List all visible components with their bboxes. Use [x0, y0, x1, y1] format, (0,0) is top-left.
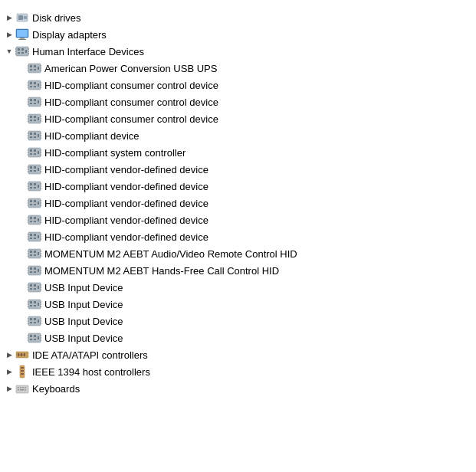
tree-item-hid-vendor-1[interactable]: HID-compliant vendor-defined device — [0, 161, 476, 178]
svg-rect-143 — [30, 238, 32, 239]
svg-rect-13 — [25, 50, 27, 53]
svg-rect-23 — [30, 69, 32, 70]
disk-icon — [15, 11, 29, 25]
tree-item-hid-consumer-2[interactable]: HID-compliant consumer control device — [0, 93, 476, 110]
svg-rect-36 — [34, 86, 36, 87]
no-arrow — [15, 79, 28, 91]
item-label: HID-compliant consumer control device — [44, 80, 218, 91]
svg-rect-180 — [34, 288, 36, 290]
no-arrow — [15, 298, 28, 310]
item-label: American Power Conversion USB UPS — [44, 63, 217, 74]
no-arrow — [15, 163, 28, 175]
svg-rect-120 — [34, 204, 36, 205]
svg-rect-169 — [38, 269, 39, 272]
tree-item-disk-drives[interactable]: Disk drives — [0, 9, 476, 26]
item-label: HID-compliant consumer control device — [44, 113, 218, 125]
tree-item-hid-vendor-5[interactable]: HID-compliant vendor-defined device — [0, 228, 476, 245]
tree-item-display-adapters[interactable]: Display adapters — [0, 26, 476, 43]
hid-icon — [28, 280, 41, 294]
ide-icon — [15, 348, 29, 362]
svg-rect-205 — [38, 320, 39, 323]
no-arrow — [15, 96, 28, 108]
expand-arrow[interactable] — [3, 45, 15, 57]
svg-rect-72 — [34, 136, 36, 138]
item-label: MOMENTUM M2 AEBT Hands-Free Call Control… — [44, 265, 279, 277]
tree-item-momentum-audio[interactable]: MOMENTUM M2 AEBT Audio/Video Remote Cont… — [0, 245, 476, 262]
tree-item-usb-input-1[interactable]: USB Input Device — [0, 279, 476, 296]
item-label: HID-compliant vendor-defined device — [44, 198, 208, 209]
tree-item-apc-ups[interactable]: American Power Conversion USB UPS — [0, 60, 476, 77]
svg-rect-156 — [34, 254, 36, 256]
no-arrow — [15, 146, 28, 159]
svg-rect-145 — [38, 235, 39, 238]
tree-item-ieee-1394[interactable]: IEEE 1394 host controllers — [0, 363, 476, 380]
tree-item-keyboards[interactable]: Keyboards — [0, 380, 476, 397]
tree-item-hid-vendor-4[interactable]: HID-compliant vendor-defined device — [0, 211, 476, 228]
hid-icon — [15, 44, 29, 58]
svg-rect-59 — [30, 120, 32, 121]
svg-rect-94 — [34, 166, 36, 169]
item-label: IEEE 1394 host controllers — [32, 366, 150, 378]
svg-rect-166 — [34, 267, 36, 270]
tree-item-hid-consumer-3[interactable]: HID-compliant consumer control device — [0, 110, 476, 127]
svg-rect-12 — [21, 52, 24, 54]
svg-rect-179 — [30, 288, 32, 290]
no-arrow — [15, 264, 28, 277]
hid-icon — [28, 297, 41, 311]
expand-arrow[interactable] — [3, 349, 15, 361]
svg-rect-165 — [30, 267, 32, 270]
svg-rect-108 — [34, 187, 36, 188]
tree-item-hid-system-controller[interactable]: HID-compliant system controller — [0, 144, 476, 161]
svg-rect-35 — [30, 86, 32, 87]
svg-rect-130 — [34, 217, 36, 219]
svg-rect-190 — [34, 301, 36, 303]
tree-item-hid-vendor-2[interactable]: HID-compliant vendor-defined device — [0, 178, 476, 195]
svg-rect-236 — [20, 387, 21, 388]
expand-arrow[interactable] — [3, 365, 15, 378]
hid-icon — [28, 129, 41, 143]
svg-rect-117 — [30, 200, 32, 202]
hid-icon — [28, 247, 41, 261]
svg-rect-178 — [34, 284, 36, 287]
item-label: IDE ATA/ATAPI controllers — [32, 349, 148, 361]
svg-rect-1 — [18, 15, 23, 20]
expand-arrow[interactable] — [3, 11, 15, 24]
no-arrow — [15, 247, 28, 260]
svg-rect-201 — [30, 318, 32, 320]
tree-item-hid-consumer-1[interactable]: HID-compliant consumer control device — [0, 77, 476, 93]
svg-rect-60 — [34, 120, 36, 121]
tree-item-usb-input-3[interactable]: USB Input Device — [0, 313, 476, 329]
tree-item-ide-controllers[interactable]: IDE ATA/ATAPI controllers — [0, 346, 476, 363]
svg-rect-6 — [20, 38, 25, 39]
svg-rect-141 — [30, 234, 32, 236]
hid-icon — [28, 61, 41, 75]
svg-rect-189 — [30, 301, 32, 303]
tree-item-human-interface-devices[interactable]: Human Interface Devices — [0, 43, 476, 60]
hid-icon — [28, 179, 41, 193]
item-label: MOMENTUM M2 AEBT Audio/Video Remote Cont… — [44, 248, 297, 260]
svg-rect-144 — [34, 238, 36, 239]
item-label: HID-compliant device — [44, 130, 140, 142]
expand-arrow[interactable] — [3, 28, 15, 41]
svg-rect-168 — [34, 271, 36, 273]
svg-rect-217 — [38, 336, 39, 339]
expand-arrow[interactable] — [3, 382, 15, 395]
svg-rect-73 — [38, 134, 39, 137]
svg-rect-238 — [25, 387, 26, 388]
svg-rect-7 — [18, 39, 26, 40]
svg-rect-84 — [34, 153, 36, 155]
tree-item-usb-input-2[interactable]: USB Input Device — [0, 296, 476, 313]
tree-item-usb-input-4[interactable]: USB Input Device — [0, 329, 476, 346]
svg-rect-97 — [38, 168, 39, 171]
item-label: Display adapters — [32, 29, 107, 41]
tree-item-hid-device[interactable]: HID-compliant device — [0, 127, 476, 144]
svg-rect-167 — [30, 271, 32, 273]
svg-rect-5 — [17, 30, 28, 37]
tree-item-hid-vendor-3[interactable]: HID-compliant vendor-defined device — [0, 195, 476, 211]
svg-rect-237 — [22, 387, 24, 388]
svg-rect-225 — [18, 353, 19, 356]
hid-icon — [28, 230, 41, 244]
svg-rect-214 — [34, 335, 36, 337]
no-arrow — [15, 332, 28, 344]
tree-item-momentum-handsfree[interactable]: MOMENTUM M2 AEBT Hands-Free Call Control… — [0, 262, 476, 279]
